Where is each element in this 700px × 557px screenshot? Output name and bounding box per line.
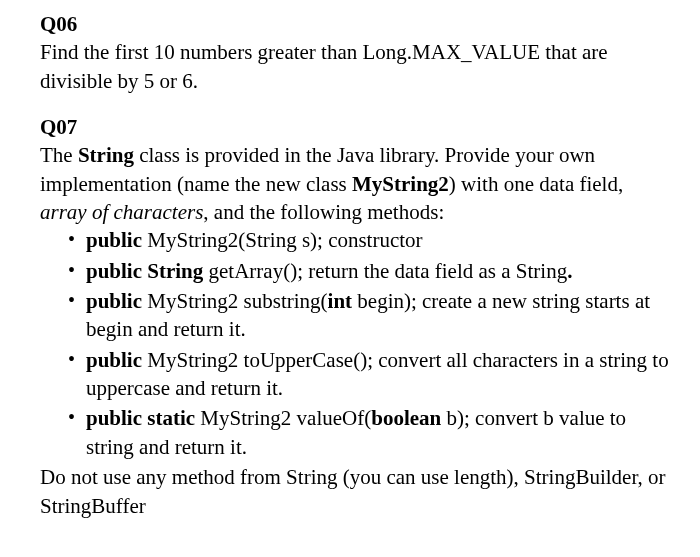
q06-body: Find the first 10 numbers greater than L… bbox=[40, 38, 675, 95]
keyword-public: public bbox=[86, 289, 142, 313]
q06-heading: Q06 bbox=[40, 10, 675, 38]
keyword-int: int bbox=[328, 289, 353, 313]
q07-intro: The String class is provided in the Java… bbox=[40, 141, 675, 226]
keyword-public-static: public static bbox=[86, 406, 195, 430]
method-signature: MyString2 valueOf( bbox=[195, 406, 371, 430]
list-item: public MyString2 toUpperCase(); convert … bbox=[68, 346, 675, 403]
method-signature: getArray(); return the data field as a S… bbox=[203, 259, 567, 283]
list-item: public MyString2 substring(int begin); c… bbox=[68, 287, 675, 344]
q07-method-list: public MyString2(String s); constructor … bbox=[40, 226, 675, 461]
list-item: public String getArray(); return the dat… bbox=[68, 257, 675, 285]
q07-outro: Do not use any method from String (you c… bbox=[40, 463, 675, 520]
q07-intro-text: ) with one data field, bbox=[449, 172, 623, 196]
method-signature: MyString2(String s); constructor bbox=[142, 228, 423, 252]
method-signature: MyString2 substring( bbox=[142, 289, 328, 313]
method-signature: MyString2 toUpperCase(); convert all cha… bbox=[86, 348, 669, 400]
q07-intro-text: The bbox=[40, 143, 78, 167]
q07-string-class: String bbox=[78, 143, 134, 167]
period: . bbox=[567, 259, 572, 283]
list-item: public MyString2(String s); constructor bbox=[68, 226, 675, 254]
keyword-public: public bbox=[86, 348, 142, 372]
q07-mystring2-class: MyString2 bbox=[352, 172, 449, 196]
q07-heading: Q07 bbox=[40, 113, 675, 141]
list-item: public static MyString2 valueOf(boolean … bbox=[68, 404, 675, 461]
question-q07: Q07 The String class is provided in the … bbox=[40, 113, 675, 520]
q07-intro-text: class is provided in the Java library. bbox=[134, 143, 439, 167]
keyword-boolean: boolean bbox=[371, 406, 441, 430]
keyword-public-string: public String bbox=[86, 259, 203, 283]
question-q06: Q06 Find the first 10 numbers greater th… bbox=[40, 10, 675, 95]
q07-intro-text: , and the following methods: bbox=[203, 200, 444, 224]
keyword-public: public bbox=[86, 228, 142, 252]
q07-array-of-characters: array of characters bbox=[40, 200, 203, 224]
